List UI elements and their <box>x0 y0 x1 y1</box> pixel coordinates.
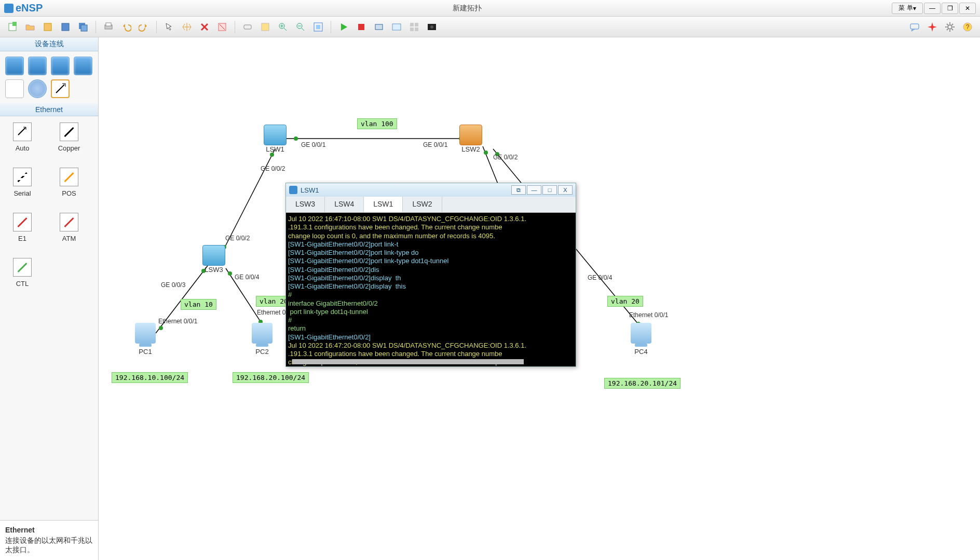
cable-serial[interactable]: Serial <box>9 168 35 197</box>
zoom-in-icon[interactable] <box>276 20 290 34</box>
device-panel-title: 设备连线 <box>0 37 98 51</box>
save-icon[interactable] <box>40 20 55 34</box>
port-pc1-eth: Ethernet 0/0/1 <box>158 318 197 325</box>
cli-window[interactable]: LSW1 ⧉ — □ X LSW3 LSW4 LSW1 LSW2 Jul 10 … <box>285 183 576 367</box>
port-lsw1-g2: GE 0/0/2 <box>261 165 285 172</box>
new-topology-icon[interactable] <box>5 20 20 34</box>
pan-icon[interactable] <box>180 20 194 34</box>
svg-rect-14 <box>316 25 320 29</box>
svg-point-23 <box>430 25 433 29</box>
cable-auto[interactable]: Auto <box>9 122 35 152</box>
vlan100-label: vlan 100 <box>357 118 397 129</box>
svg-rect-1 <box>12 22 17 26</box>
cli-detach-button[interactable]: ⧉ <box>511 185 526 195</box>
note-icon[interactable] <box>240 20 255 34</box>
cli-maximize-button[interactable]: □ <box>542 185 557 195</box>
device-grid <box>0 51 98 103</box>
cable-atm[interactable]: ATM <box>56 213 82 242</box>
node-lsw3[interactable]: LSW3 <box>202 245 225 274</box>
cli-close-button[interactable]: X <box>558 185 573 195</box>
settings-icon[interactable] <box>943 20 957 34</box>
svg-rect-19 <box>415 23 418 26</box>
pc-category-icon[interactable] <box>5 79 24 98</box>
cli-tab-lsw1[interactable]: LSW1 <box>364 197 403 212</box>
router-category-icon[interactable] <box>5 57 24 75</box>
cli-window-title: LSW1 <box>301 186 319 194</box>
disk-icon[interactable] <box>58 20 73 34</box>
zoom-out-icon[interactable] <box>293 20 308 34</box>
close-button[interactable]: ✕ <box>959 3 976 14</box>
description-panel: Ethernet 连接设备的以太网和千兆以太接口。 <box>0 520 98 560</box>
svg-rect-16 <box>375 24 383 30</box>
port-pc2-eth-partial: Ethernet 0 <box>257 309 285 316</box>
cli-icon[interactable] <box>389 20 404 34</box>
start-icon[interactable] <box>336 20 351 34</box>
print-icon[interactable] <box>101 20 116 34</box>
svg-rect-9 <box>244 25 251 29</box>
cable-e1[interactable]: E1 <box>9 213 35 242</box>
cable-copper[interactable]: Copper <box>56 122 82 152</box>
delete-icon[interactable] <box>197 20 212 34</box>
node-pc4[interactable]: PC4 <box>631 323 651 356</box>
cable-ctl[interactable]: CTL <box>9 258 35 288</box>
pc4-ip-label: 192.168.20.101/24 <box>604 378 680 389</box>
svg-point-25 <box>948 25 952 29</box>
window-controls: 菜 单▾ — ❐ ✕ <box>892 3 976 14</box>
fit-icon[interactable] <box>311 20 325 34</box>
snapshot-icon[interactable] <box>425 20 439 34</box>
pc1-ip-label: 192.168.10.100/24 <box>112 372 188 383</box>
redo-icon[interactable] <box>137 20 151 34</box>
svg-text:?: ? <box>966 23 970 31</box>
open-icon[interactable] <box>23 20 37 34</box>
cable-panel-title: Ethernet <box>0 103 98 116</box>
svg-rect-7 <box>106 23 111 26</box>
vlan20b-label: vlan 20 <box>607 296 643 307</box>
app-name: eNSP <box>16 2 43 14</box>
menu-button[interactable]: 菜 单▾ <box>892 3 923 14</box>
description-body: 连接设备的以太网和千兆以太接口。 <box>5 536 93 555</box>
svg-rect-18 <box>410 23 414 26</box>
huawei-icon[interactable] <box>925 20 940 34</box>
node-lsw1[interactable]: LSW1 <box>264 125 287 153</box>
cli-tab-lsw4[interactable]: LSW4 <box>325 197 364 212</box>
node-pc2[interactable]: PC2 <box>252 323 273 356</box>
minimize-button[interactable]: — <box>924 3 941 14</box>
cli-tab-lsw2[interactable]: LSW2 <box>403 197 442 212</box>
main-area: 设备连线 Ethernet Auto Copper Serial POS E1 … <box>0 37 980 560</box>
cli-minimize-button[interactable]: — <box>527 185 541 195</box>
wlan-category-icon[interactable] <box>51 57 70 75</box>
svg-point-42 <box>228 271 232 276</box>
app-logo: eNSP <box>4 2 43 14</box>
message-icon[interactable] <box>907 20 922 34</box>
toolbar: ? <box>0 17 980 37</box>
switch-category-icon[interactable] <box>28 57 47 75</box>
node-pc1[interactable]: PC1 <box>135 323 156 356</box>
firewall-category-icon[interactable] <box>74 57 92 75</box>
topology-canvas[interactable]: LSW1 LSW2 LSW3 PC1 PC2 PC4 vlan 100 vlan… <box>99 37 980 560</box>
logo-icon <box>4 4 13 13</box>
capture-icon[interactable] <box>372 20 386 34</box>
cli-tab-lsw3[interactable]: LSW3 <box>286 197 325 212</box>
svg-rect-10 <box>262 23 269 31</box>
cli-titlebar[interactable]: LSW1 ⧉ — □ X <box>286 183 576 197</box>
palette-icon[interactable] <box>258 20 273 34</box>
svg-rect-2 <box>44 23 51 31</box>
connection-category-icon[interactable] <box>51 79 70 98</box>
pointer-icon[interactable] <box>162 20 176 34</box>
stop-icon[interactable] <box>354 20 369 34</box>
disk-multi-icon[interactable] <box>76 20 90 34</box>
help-icon[interactable]: ? <box>960 20 975 34</box>
svg-point-36 <box>270 153 274 157</box>
cloud-category-icon[interactable] <box>28 79 47 98</box>
node-lsw2[interactable]: LSW2 <box>459 125 482 153</box>
maximize-button[interactable]: ❐ <box>942 3 958 14</box>
svg-rect-21 <box>415 28 418 31</box>
port-lsw3-g2: GE 0/0/2 <box>225 235 250 242</box>
clear-icon[interactable] <box>215 20 229 34</box>
undo-icon[interactable] <box>119 20 133 34</box>
svg-rect-20 <box>410 28 414 31</box>
titlebar: eNSP 新建拓扑 菜 单▾ — ❐ ✕ <box>0 0 980 17</box>
cable-pos[interactable]: POS <box>56 168 82 197</box>
grid-icon[interactable] <box>407 20 421 34</box>
cli-output[interactable]: Jul 10 2022 16:47:10-08:00 SW1 DS/4/DATA… <box>286 213 576 366</box>
